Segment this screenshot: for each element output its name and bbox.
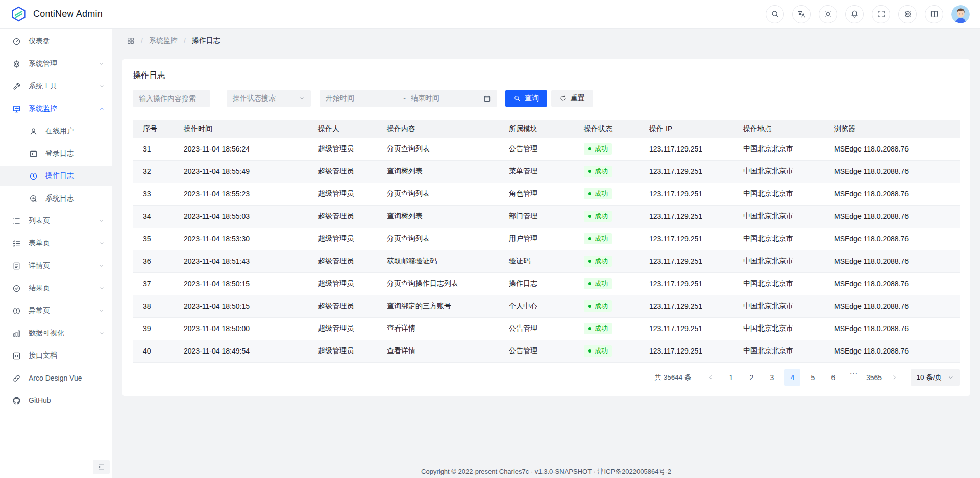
- settings-icon: [12, 60, 21, 68]
- cell-content: 分页查询列表: [377, 183, 499, 205]
- main-content: / 系统监控 / 操作日志 操作日志 操作状态搜索 开始时间 - 结束时间 查询: [112, 29, 980, 478]
- cell-no: 32: [133, 160, 174, 183]
- chevron-up-icon: [99, 106, 105, 112]
- sidebar-item-operation-logs[interactable]: 操作日志: [0, 166, 112, 186]
- content-search-input[interactable]: [133, 90, 210, 107]
- cell-status: 成功: [574, 250, 639, 272]
- brand: ContiNew Admin: [10, 6, 103, 22]
- page-button-3[interactable]: 3: [764, 369, 780, 386]
- status-label: 成功: [595, 234, 608, 243]
- next-page-button[interactable]: [886, 369, 902, 386]
- translate-button[interactable]: [792, 5, 811, 23]
- cell-user: 超级管理员: [308, 228, 377, 250]
- date-range-picker[interactable]: 开始时间 - 结束时间: [320, 90, 497, 107]
- sidebar-item-login-logs[interactable]: 登录日志: [0, 143, 112, 164]
- app-root: { "header": { "brand": "ContiNew Admin",…: [0, 0, 980, 478]
- cell-content: 查询绑定的三方账号: [377, 295, 499, 317]
- pagination: 共 35644 条 123456···3565 10 条/页: [133, 369, 960, 386]
- sidebar-item-label: 仪表盘: [29, 37, 50, 46]
- sidebar-item-system-tools[interactable]: 系统工具: [0, 76, 112, 96]
- sidebar-item-github[interactable]: GitHub: [0, 390, 112, 411]
- sidebar-item-exception-pages[interactable]: 异常页: [0, 300, 112, 321]
- breadcrumb-item-operation-logs: 操作日志: [192, 36, 220, 45]
- search-button[interactable]: [766, 5, 784, 23]
- code-square-icon: [12, 351, 21, 360]
- status-badge: 成功: [584, 211, 612, 222]
- cell-no: 37: [133, 272, 174, 295]
- status-badge: 成功: [584, 233, 612, 244]
- user-avatar[interactable]: [951, 5, 970, 23]
- cell-no: 35: [133, 228, 174, 250]
- status-badge: 成功: [584, 323, 612, 334]
- settings-button[interactable]: [898, 5, 917, 23]
- cell-status: 成功: [574, 228, 639, 250]
- page-button-5[interactable]: 5: [804, 369, 821, 386]
- cell-browser: MSEdge 118.0.2088.76: [824, 272, 960, 295]
- chevron-down-icon: [99, 83, 105, 89]
- sidebar-item-list-pages[interactable]: 列表页: [0, 211, 112, 231]
- notifications-button[interactable]: [845, 5, 864, 23]
- cell-module: 菜单管理: [499, 160, 574, 183]
- cell-module: 操作日志: [499, 272, 574, 295]
- status-badge: 成功: [584, 345, 612, 357]
- chevron-down-icon: [99, 61, 105, 67]
- pagination-ellipsis[interactable]: ···: [845, 369, 862, 386]
- docs-button[interactable]: [925, 5, 943, 23]
- theme-icon: [824, 10, 832, 18]
- start-time-placeholder: 开始时间: [326, 94, 398, 103]
- translate-icon: [797, 10, 806, 18]
- cell-location: 中国北京北京市: [733, 340, 824, 362]
- sidebar-item-data-visualization[interactable]: 数据可视化: [0, 323, 112, 343]
- page-button-6[interactable]: 6: [825, 369, 841, 386]
- cell-status: 成功: [574, 295, 639, 317]
- cell-module: 公告管理: [499, 138, 574, 160]
- cell-time: 2023-11-04 18:55:23: [174, 183, 308, 205]
- page-button-4[interactable]: 4: [784, 369, 800, 386]
- page-button-1[interactable]: 1: [723, 369, 739, 386]
- brand-title: ContiNew Admin: [33, 9, 103, 19]
- cell-status: 成功: [574, 205, 639, 228]
- sidebar-item-system-logs[interactable]: 系统日志: [0, 188, 112, 209]
- breadcrumb-item-system-monitor[interactable]: 系统监控: [149, 36, 178, 45]
- sidebar-item-detail-pages[interactable]: 详情页: [0, 256, 112, 276]
- fullscreen-button[interactable]: [872, 5, 890, 23]
- sidebar-item-label: 系统监控: [29, 104, 57, 113]
- cell-time: 2023-11-04 18:50:15: [174, 295, 308, 317]
- sidebar-item-label: 操作日志: [45, 171, 74, 181]
- sidebar-item-label: 在线用户: [45, 127, 74, 136]
- breadcrumb: / 系统监控 / 操作日志: [112, 29, 980, 53]
- sidebar-item-form-pages[interactable]: 表单页: [0, 233, 112, 254]
- cell-no: 33: [133, 183, 174, 205]
- cell-time: 2023-11-04 18:55:49: [174, 160, 308, 183]
- sidebar-item-label: Arco Design Vue: [29, 374, 82, 382]
- cell-user: 超级管理员: [308, 272, 377, 295]
- search-button[interactable]: 查询: [505, 90, 547, 107]
- sidebar-item-api-docs[interactable]: 接口文档: [0, 345, 112, 366]
- status-label: 成功: [595, 324, 608, 333]
- sidebar-collapse-button[interactable]: [93, 460, 110, 474]
- theme-button[interactable]: [819, 5, 837, 23]
- cell-content: 分页查询列表: [377, 138, 499, 160]
- cell-browser: MSEdge 118.0.2088.76: [824, 160, 960, 183]
- page-button-2[interactable]: 2: [743, 369, 760, 386]
- sidebar-item-arco-design-vue[interactable]: Arco Design Vue: [0, 368, 112, 388]
- link-icon: [12, 374, 21, 383]
- apps-icon[interactable]: [127, 37, 135, 45]
- sidebar-item-system-management[interactable]: 系统管理: [0, 54, 112, 74]
- sidebar-item-result-pages[interactable]: 结果页: [0, 278, 112, 298]
- cell-module: 角色管理: [499, 183, 574, 205]
- exclamation-circle-icon: [12, 307, 21, 315]
- page-size-select[interactable]: 10 条/页: [911, 369, 960, 386]
- table-row: 342023-11-04 18:55:03超级管理员查询树列表部门管理成功123…: [133, 205, 960, 228]
- status-dot-icon: [588, 147, 591, 150]
- sidebar-menu: 仪表盘系统管理系统工具系统监控在线用户登录日志操作日志系统日志列表页表单页详情页…: [0, 31, 112, 411]
- sidebar-item-dashboard[interactable]: 仪表盘: [0, 31, 112, 52]
- reset-button[interactable]: 重置: [551, 90, 593, 107]
- search-icon: [771, 10, 779, 18]
- chevron-down-icon: [99, 218, 105, 224]
- sidebar-item-online-users[interactable]: 在线用户: [0, 121, 112, 141]
- status-filter-select[interactable]: 操作状态搜索: [227, 90, 311, 107]
- prev-page-button[interactable]: [702, 369, 719, 386]
- page-button-3565[interactable]: 3565: [866, 369, 882, 386]
- sidebar-item-system-monitor[interactable]: 系统监控: [0, 98, 112, 119]
